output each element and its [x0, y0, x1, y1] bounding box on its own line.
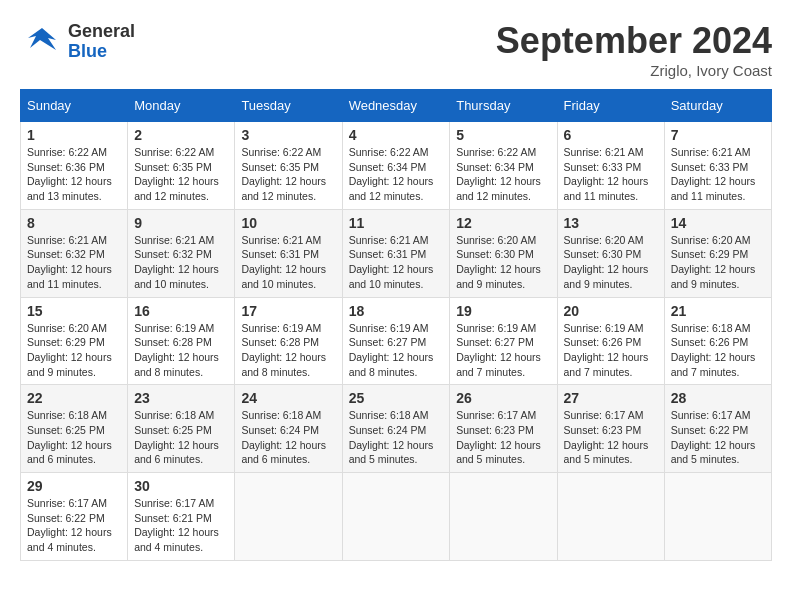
- calendar-cell: 13Sunrise: 6:20 AMSunset: 6:30 PMDayligh…: [557, 209, 664, 297]
- calendar-cell: 29Sunrise: 6:17 AMSunset: 6:22 PMDayligh…: [21, 473, 128, 561]
- calendar-cell: 22Sunrise: 6:18 AMSunset: 6:25 PMDayligh…: [21, 385, 128, 473]
- calendar-cell: 2Sunrise: 6:22 AMSunset: 6:35 PMDaylight…: [128, 122, 235, 210]
- calendar-table: SundayMondayTuesdayWednesdayThursdayFrid…: [20, 89, 772, 561]
- day-number: 12: [456, 215, 550, 231]
- day-info: Sunrise: 6:19 AMSunset: 6:27 PMDaylight:…: [349, 321, 444, 380]
- day-info: Sunrise: 6:21 AMSunset: 6:33 PMDaylight:…: [671, 145, 765, 204]
- logo-icon: [20, 20, 64, 64]
- logo-text-block: General Blue: [68, 22, 135, 62]
- day-info: Sunrise: 6:19 AMSunset: 6:26 PMDaylight:…: [564, 321, 658, 380]
- day-number: 15: [27, 303, 121, 319]
- day-info: Sunrise: 6:18 AMSunset: 6:26 PMDaylight:…: [671, 321, 765, 380]
- day-number: 6: [564, 127, 658, 143]
- day-number: 5: [456, 127, 550, 143]
- day-number: 29: [27, 478, 121, 494]
- day-number: 25: [349, 390, 444, 406]
- calendar-cell: 15Sunrise: 6:20 AMSunset: 6:29 PMDayligh…: [21, 297, 128, 385]
- day-number: 27: [564, 390, 658, 406]
- day-info: Sunrise: 6:20 AMSunset: 6:30 PMDaylight:…: [456, 233, 550, 292]
- weekday-header-saturday: Saturday: [664, 90, 771, 122]
- calendar-cell: [557, 473, 664, 561]
- day-number: 21: [671, 303, 765, 319]
- day-number: 28: [671, 390, 765, 406]
- day-info: Sunrise: 6:18 AMSunset: 6:24 PMDaylight:…: [241, 408, 335, 467]
- day-number: 8: [27, 215, 121, 231]
- day-number: 4: [349, 127, 444, 143]
- calendar-cell: 16Sunrise: 6:19 AMSunset: 6:28 PMDayligh…: [128, 297, 235, 385]
- weekday-header-wednesday: Wednesday: [342, 90, 450, 122]
- calendar-cell: 28Sunrise: 6:17 AMSunset: 6:22 PMDayligh…: [664, 385, 771, 473]
- day-number: 17: [241, 303, 335, 319]
- calendar-cell: 6Sunrise: 6:21 AMSunset: 6:33 PMDaylight…: [557, 122, 664, 210]
- day-info: Sunrise: 6:22 AMSunset: 6:36 PMDaylight:…: [27, 145, 121, 204]
- weekday-header-friday: Friday: [557, 90, 664, 122]
- day-info: Sunrise: 6:21 AMSunset: 6:32 PMDaylight:…: [27, 233, 121, 292]
- day-number: 16: [134, 303, 228, 319]
- day-info: Sunrise: 6:19 AMSunset: 6:28 PMDaylight:…: [241, 321, 335, 380]
- calendar-cell: [342, 473, 450, 561]
- calendar-cell: [450, 473, 557, 561]
- month-title: September 2024: [496, 20, 772, 62]
- day-info: Sunrise: 6:19 AMSunset: 6:28 PMDaylight:…: [134, 321, 228, 380]
- calendar-cell: 26Sunrise: 6:17 AMSunset: 6:23 PMDayligh…: [450, 385, 557, 473]
- day-number: 11: [349, 215, 444, 231]
- calendar-cell: 20Sunrise: 6:19 AMSunset: 6:26 PMDayligh…: [557, 297, 664, 385]
- day-info: Sunrise: 6:18 AMSunset: 6:24 PMDaylight:…: [349, 408, 444, 467]
- location: Zriglo, Ivory Coast: [496, 62, 772, 79]
- day-number: 26: [456, 390, 550, 406]
- calendar-cell: 19Sunrise: 6:19 AMSunset: 6:27 PMDayligh…: [450, 297, 557, 385]
- calendar-cell: 12Sunrise: 6:20 AMSunset: 6:30 PMDayligh…: [450, 209, 557, 297]
- day-info: Sunrise: 6:20 AMSunset: 6:29 PMDaylight:…: [671, 233, 765, 292]
- logo: General Blue: [20, 20, 135, 64]
- calendar-cell: 25Sunrise: 6:18 AMSunset: 6:24 PMDayligh…: [342, 385, 450, 473]
- day-number: 10: [241, 215, 335, 231]
- calendar-cell: 1Sunrise: 6:22 AMSunset: 6:36 PMDaylight…: [21, 122, 128, 210]
- calendar-cell: 18Sunrise: 6:19 AMSunset: 6:27 PMDayligh…: [342, 297, 450, 385]
- calendar-cell: 23Sunrise: 6:18 AMSunset: 6:25 PMDayligh…: [128, 385, 235, 473]
- day-number: 30: [134, 478, 228, 494]
- logo-general: General: [68, 22, 135, 42]
- calendar-cell: 30Sunrise: 6:17 AMSunset: 6:21 PMDayligh…: [128, 473, 235, 561]
- calendar-cell: 5Sunrise: 6:22 AMSunset: 6:34 PMDaylight…: [450, 122, 557, 210]
- calendar-week-4: 22Sunrise: 6:18 AMSunset: 6:25 PMDayligh…: [21, 385, 772, 473]
- day-info: Sunrise: 6:17 AMSunset: 6:23 PMDaylight:…: [456, 408, 550, 467]
- day-info: Sunrise: 6:19 AMSunset: 6:27 PMDaylight:…: [456, 321, 550, 380]
- calendar-cell: 11Sunrise: 6:21 AMSunset: 6:31 PMDayligh…: [342, 209, 450, 297]
- day-number: 7: [671, 127, 765, 143]
- day-info: Sunrise: 6:21 AMSunset: 6:32 PMDaylight:…: [134, 233, 228, 292]
- calendar-cell: 7Sunrise: 6:21 AMSunset: 6:33 PMDaylight…: [664, 122, 771, 210]
- day-number: 13: [564, 215, 658, 231]
- weekday-header-row: SundayMondayTuesdayWednesdayThursdayFrid…: [21, 90, 772, 122]
- calendar-cell: 27Sunrise: 6:17 AMSunset: 6:23 PMDayligh…: [557, 385, 664, 473]
- weekday-header-sunday: Sunday: [21, 90, 128, 122]
- day-info: Sunrise: 6:21 AMSunset: 6:33 PMDaylight:…: [564, 145, 658, 204]
- calendar-cell: 3Sunrise: 6:22 AMSunset: 6:35 PMDaylight…: [235, 122, 342, 210]
- day-info: Sunrise: 6:22 AMSunset: 6:34 PMDaylight:…: [349, 145, 444, 204]
- calendar-cell: [664, 473, 771, 561]
- svg-marker-0: [28, 28, 56, 50]
- day-info: Sunrise: 6:22 AMSunset: 6:35 PMDaylight:…: [241, 145, 335, 204]
- day-number: 20: [564, 303, 658, 319]
- day-info: Sunrise: 6:18 AMSunset: 6:25 PMDaylight:…: [134, 408, 228, 467]
- day-number: 9: [134, 215, 228, 231]
- day-info: Sunrise: 6:20 AMSunset: 6:30 PMDaylight:…: [564, 233, 658, 292]
- calendar-week-1: 1Sunrise: 6:22 AMSunset: 6:36 PMDaylight…: [21, 122, 772, 210]
- calendar-cell: [235, 473, 342, 561]
- day-number: 3: [241, 127, 335, 143]
- day-number: 19: [456, 303, 550, 319]
- calendar-cell: 10Sunrise: 6:21 AMSunset: 6:31 PMDayligh…: [235, 209, 342, 297]
- day-number: 23: [134, 390, 228, 406]
- day-number: 14: [671, 215, 765, 231]
- day-info: Sunrise: 6:21 AMSunset: 6:31 PMDaylight:…: [241, 233, 335, 292]
- day-number: 24: [241, 390, 335, 406]
- day-number: 1: [27, 127, 121, 143]
- weekday-header-thursday: Thursday: [450, 90, 557, 122]
- day-info: Sunrise: 6:20 AMSunset: 6:29 PMDaylight:…: [27, 321, 121, 380]
- day-info: Sunrise: 6:17 AMSunset: 6:21 PMDaylight:…: [134, 496, 228, 555]
- day-info: Sunrise: 6:21 AMSunset: 6:31 PMDaylight:…: [349, 233, 444, 292]
- weekday-header-monday: Monday: [128, 90, 235, 122]
- day-number: 2: [134, 127, 228, 143]
- calendar-cell: 17Sunrise: 6:19 AMSunset: 6:28 PMDayligh…: [235, 297, 342, 385]
- calendar-cell: 24Sunrise: 6:18 AMSunset: 6:24 PMDayligh…: [235, 385, 342, 473]
- calendar-week-2: 8Sunrise: 6:21 AMSunset: 6:32 PMDaylight…: [21, 209, 772, 297]
